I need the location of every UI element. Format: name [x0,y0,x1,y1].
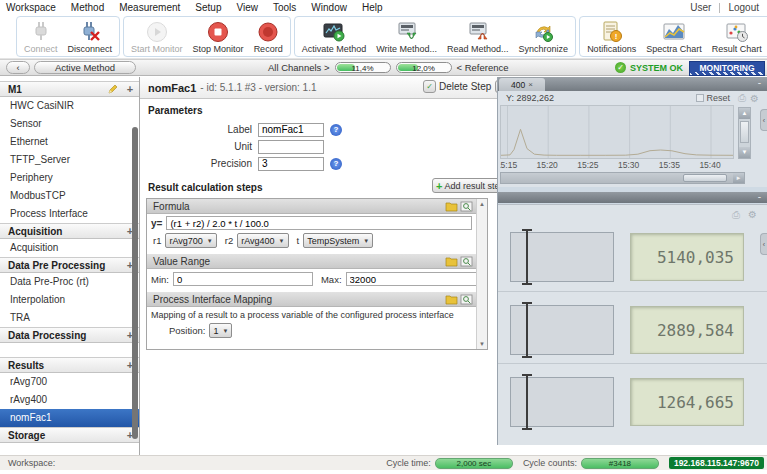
sidebar-item-tra[interactable]: TRA [0,309,139,327]
logout-button[interactable]: Logout [720,2,767,13]
sidebar-item-ravg400[interactable]: rAvg400 [0,391,139,409]
menu-item-measurement[interactable]: Measurement [119,2,180,13]
menu-item-view[interactable]: View [236,2,258,13]
all-channels-label[interactable]: All Channels > [268,62,330,73]
result-list-titlebar[interactable]: - [498,192,767,203]
menu-item-help[interactable]: Help [362,2,383,13]
minimize-icon[interactable]: - [758,191,761,203]
label-label: Label [148,124,258,135]
sidebar-section-results[interactable]: Results+ [0,357,139,373]
menu-item-setup[interactable]: Setup [195,2,221,13]
sidebar-item-data-pre-proc-rt-[interactable]: Data Pre-Proc (rt) [0,273,139,291]
sidebar-item-ravg700[interactable]: rAvg700 [0,373,139,391]
sidebar-item-sensor[interactable]: Sensor [0,115,139,133]
sidebar-item-acquisition[interactable]: Acquisition [0,239,139,257]
edit-pencil-icon[interactable] [107,83,119,95]
add-root-icon[interactable]: + [125,83,135,95]
sidebar-item-modbustcp[interactable]: ModbusTCP [0,187,139,205]
unit-input[interactable] [258,140,324,154]
chevron-down-icon: ▼ [222,328,228,334]
menu-item-tools[interactable]: Tools [273,2,296,13]
read-method-button[interactable]: Read Method... [442,17,514,56]
monitoring-badge: MONITORING [689,61,765,76]
notifications-button[interactable]: !Notifications [582,17,641,56]
minimize-icon[interactable]: - [758,77,761,89]
collapse-handle[interactable]: ‹ [760,109,767,131]
scrollbar-thumb[interactable] [740,121,749,143]
user-menu[interactable]: User [682,2,719,13]
help-icon[interactable]: ? [330,124,342,136]
chart-vertical-scrollbar[interactable]: ▲ ▼ [738,107,751,159]
menu-item-method[interactable]: Method [71,2,104,13]
result-gauge[interactable] [510,232,614,282]
menu-item-window[interactable]: Window [311,2,347,13]
tab-result-chart-400[interactable]: 400 × [499,78,545,91]
disconnect-button[interactable]: Disconnect [63,17,118,56]
sidebar-root-header[interactable]: M1 + [0,81,139,97]
var-t-select[interactable]: TempSystem▼ [303,233,373,248]
scrollbar-thumb[interactable] [683,174,727,182]
var-r2-select[interactable]: rAvg400▼ [237,233,288,248]
sidebar-item-hwc-casinir[interactable]: HWC CasiNIR [0,97,139,115]
reference-label[interactable]: < Reference [457,62,509,73]
stop-monitor-button[interactable]: Stop Monitor [188,17,249,56]
precision-input[interactable] [258,157,324,171]
position-label: Position: [169,325,205,336]
scroll-up-icon[interactable]: ▲ [739,108,750,119]
reset-label[interactable]: Reset [707,93,731,103]
reset-checkbox[interactable] [696,94,704,102]
spectra-chart-button[interactable]: Spectra Chart [641,17,707,56]
value-range-section-header[interactable]: Value Range [147,254,476,269]
synchronize-button[interactable]: Synchronize [514,17,574,56]
sidebar-item-tftp-server[interactable]: TFTP_Server [0,151,139,169]
back-button[interactable]: ‹ [6,61,30,74]
scroll-right-icon[interactable]: ► [733,173,744,183]
sidebar-item-ethernet[interactable]: Ethernet [0,133,139,151]
label-input[interactable] [258,123,324,137]
preview-icon[interactable] [460,256,473,267]
sidebar-item-process-interface[interactable]: Process Interface [0,205,139,223]
sidebar-section-storage[interactable]: Storage+ [0,427,139,443]
folder-icon[interactable] [445,256,458,267]
menu-item-workspace[interactable]: Workspace [6,2,56,13]
sidebar-item-nomfac1[interactable]: nomFac1 [0,409,139,427]
result-chart-button[interactable]: Result Chart [707,17,767,56]
printer-icon[interactable]: ⎙ [738,92,746,104]
formula-section-header[interactable]: Formula [147,199,476,214]
steps-scrollbar[interactable]: ▲ ▼ [476,199,487,349]
write-method-button[interactable]: Write Method... [371,17,442,56]
scroll-down-icon[interactable]: ▼ [477,339,487,349]
sidebar-item-periphery[interactable]: Periphery [0,169,139,187]
chart-horizontal-scrollbar[interactable]: ► [500,172,745,184]
activate-method-button[interactable]: Activate Method [297,17,372,56]
delete-step-button[interactable]: Delete Step [423,80,491,93]
scroll-down-icon[interactable]: ▼ [739,147,750,158]
active-method-button[interactable]: Active Method [34,61,136,74]
tab-close-icon[interactable]: × [528,80,533,89]
result-row-2: 2889,584 [498,291,767,363]
var-t-label: t [297,235,300,246]
position-select[interactable]: 1 ▼ [209,323,232,338]
chart-plot-area[interactable] [500,105,734,159]
max-input[interactable] [346,272,476,286]
preview-icon[interactable] [460,201,473,212]
sidebar-item-interpolation[interactable]: Interpolation [0,291,139,309]
sidebar-section-data-processing[interactable]: Data Processing+ [0,327,139,343]
var-r1-select[interactable]: rAvg700▼ [165,233,216,248]
record-button[interactable]: Record [249,17,288,56]
scroll-up-icon[interactable]: ▲ [477,199,487,209]
min-input[interactable] [173,272,313,286]
preview-icon[interactable] [460,294,473,305]
formula-expression-input[interactable] [166,216,472,230]
folder-icon[interactable] [445,201,458,212]
folder-icon[interactable] [445,294,458,305]
result-gauge[interactable] [510,305,614,355]
mapping-section-header[interactable]: Process Interface Mapping [147,292,476,307]
sidebar-scrollbar[interactable] [132,127,138,439]
gear-icon[interactable]: ⚙ [750,93,759,104]
help-icon[interactable]: ? [330,158,342,170]
toolbar-groups: ConnectDisconnectStart MonitorStop Monit… [16,16,767,57]
sidebar-section-acquisition[interactable]: Acquisition+ [0,223,139,239]
result-gauge[interactable] [510,377,614,427]
sidebar-section-data-pre-processing[interactable]: Data Pre Processing+ [0,257,139,273]
